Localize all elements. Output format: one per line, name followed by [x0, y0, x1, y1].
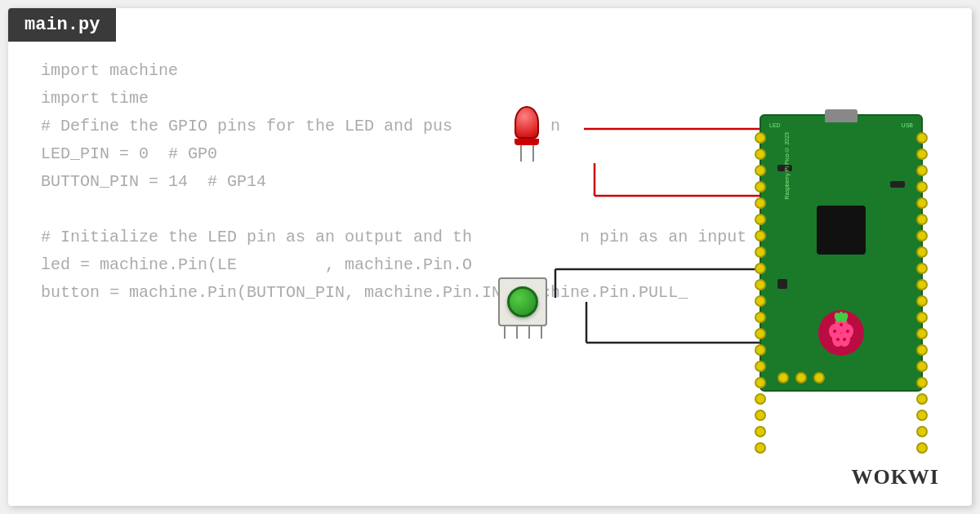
button-body [498, 277, 547, 326]
pin-right-18 [916, 410, 928, 421]
button-leg-2 [516, 326, 518, 339]
pin-left-16 [755, 377, 766, 388]
svg-point-16 [833, 330, 836, 333]
pin-left-15 [755, 361, 766, 372]
pin-right-1 [916, 132, 928, 144]
pin-left-11 [755, 295, 766, 307]
button-leg-3 [528, 326, 530, 339]
led-flat [514, 139, 539, 145]
svg-point-15 [840, 323, 843, 326]
pin-bottom-3 [813, 372, 825, 383]
pin-right-11 [916, 295, 928, 307]
board-component-3 [777, 279, 787, 289]
pin-right-17 [916, 393, 928, 405]
pin-left-4 [755, 181, 766, 193]
pin-left-17 [755, 393, 766, 405]
pin-left-8 [755, 246, 766, 258]
pin-right-8 [916, 246, 928, 258]
wokwi-logo: WOKWI [851, 465, 939, 490]
board-component-2 [890, 181, 905, 188]
pin-left-19 [755, 426, 766, 437]
button-leg-1 [504, 326, 506, 339]
pin-left-5 [755, 197, 766, 209]
pin-left-1 [755, 132, 766, 144]
button-leg-4 [541, 326, 542, 339]
svg-point-18 [836, 338, 840, 341]
pin-right-4 [916, 181, 928, 193]
pin-right-9 [916, 263, 928, 274]
button-cap [507, 286, 538, 317]
button-legs [498, 326, 547, 339]
led-legs [514, 145, 539, 162]
board-label-led: LED [769, 122, 781, 128]
pin-right-12 [916, 312, 928, 323]
pin-right-6 [916, 214, 928, 225]
pins-bottom [777, 372, 825, 383]
pin-right-13 [916, 328, 928, 339]
pin-left-12 [755, 312, 766, 323]
microcontroller-chip [817, 206, 866, 255]
pin-right-3 [916, 165, 928, 176]
pin-right-5 [916, 197, 928, 209]
pins-left [755, 132, 766, 454]
pin-left-14 [755, 344, 766, 356]
main-card: main.py import machine import time # Def… [8, 8, 972, 506]
raspberry-pi-logo [817, 308, 866, 357]
circuit-diagram: LED USB Raspberry Pi Pico © 2023 [449, 90, 923, 416]
pin-left-13 [755, 328, 766, 339]
pin-right-10 [916, 279, 928, 290]
code-line-1: import machine [41, 57, 795, 85]
board-label-usb: USB [902, 122, 913, 128]
pins-right [916, 132, 928, 454]
board-text-vertical: Raspberry Pi Pico © 2023 [784, 132, 790, 199]
file-title: main.py [8, 8, 116, 42]
usb-port [825, 109, 858, 122]
pin-left-9 [755, 263, 766, 274]
svg-point-19 [843, 338, 846, 341]
pico-board: LED USB Raspberry Pi Pico © 2023 [760, 114, 923, 392]
pin-left-18 [755, 410, 766, 421]
pin-left-7 [755, 230, 766, 241]
led-leg-anode [520, 145, 522, 162]
pin-bottom-2 [795, 372, 807, 383]
pin-left-10 [755, 279, 766, 290]
pin-right-20 [916, 442, 928, 454]
pin-left-6 [755, 214, 766, 225]
pin-bottom-1 [777, 372, 789, 383]
pin-right-16 [916, 377, 928, 388]
svg-point-22 [839, 312, 844, 320]
svg-point-17 [846, 330, 849, 333]
pin-left-2 [755, 148, 766, 160]
led-component [514, 106, 539, 162]
pin-right-15 [916, 361, 928, 372]
led-body [514, 106, 539, 139]
button-component [498, 277, 547, 339]
pin-left-3 [755, 165, 766, 176]
pin-left-20 [755, 442, 766, 454]
pin-right-19 [916, 426, 928, 437]
pin-right-14 [916, 344, 928, 356]
pin-right-2 [916, 148, 928, 160]
pin-right-7 [916, 230, 928, 241]
led-leg-cathode [532, 145, 534, 162]
